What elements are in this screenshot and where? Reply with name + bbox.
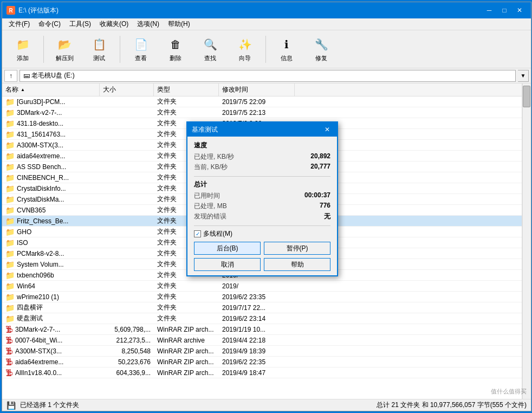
scrollbar[interactable] <box>522 83 531 399</box>
toolbar-label-删除: 删除 <box>170 54 181 62</box>
total-section: 总计 已用时间 00:00:37 已处理, MB 776 发现的错误 无 <box>194 180 330 221</box>
minimize-button[interactable]: ─ <box>482 5 496 16</box>
toolbar-btn-查看[interactable]: 📄查看 <box>125 33 157 66</box>
menu-item-o[interactable]: 收藏夹(O) <box>95 18 133 30</box>
file-date-cell: 2019/1/19 10... <box>219 326 295 333</box>
toolbar-btn-测试[interactable]: 📋测试 <box>83 33 115 66</box>
folder-icon: 📁 <box>5 282 15 291</box>
background-button[interactable]: 后台(B) <box>194 242 261 255</box>
toolbar-icon-解压到: 📂 <box>56 36 73 53</box>
folder-icon: 📁 <box>5 228 15 236</box>
file-row[interactable]: 📁3DMark-v2-7-...文件夹2019/7/5 22:13 <box>2 107 522 118</box>
file-row[interactable]: 📁wPrime210 (1)文件夹2019/6/2 23:35 <box>2 292 522 302</box>
file-name-text: 3DMark-v2-7-... <box>15 326 60 333</box>
toolbar-btn-添加[interactable]: 📁添加 <box>7 33 39 66</box>
file-name-cell: 🗜3DMark-v2-7-... <box>2 325 100 334</box>
toolbar-btn-查找[interactable]: 🔍查找 <box>194 33 226 66</box>
file-name-cell: 📁431.18-deskto... <box>2 119 100 128</box>
file-size-cell: 5,609,798,... <box>100 326 154 333</box>
file-size-cell: 8,250,548 <box>100 347 154 355</box>
folder-icon: 📁 <box>5 108 15 117</box>
speed-value-1: 20,892 <box>310 152 330 162</box>
toolbar-btn-删除[interactable]: 🗑删除 <box>159 33 192 66</box>
total-section-title: 总计 <box>194 180 330 189</box>
folder-icon: 📁 <box>5 314 15 323</box>
file-name-cell: 📁txbench096b <box>2 271 100 280</box>
folder-icon: 📁 <box>5 293 15 301</box>
menu-item-f[interactable]: 文件(F) <box>4 18 34 30</box>
folder-icon: 📁 <box>5 130 15 139</box>
toolbar-icon-向导: ✨ <box>236 36 254 53</box>
multithread-checkbox[interactable]: ✓ <box>194 230 201 237</box>
file-date-cell: 2019/7/5 22:13 <box>219 109 295 117</box>
file-name-cell: 📁CINEBENCH_R... <box>2 173 100 182</box>
col-header-type[interactable]: 类型 <box>154 83 219 96</box>
file-list-header: 名称 ▲ 大小 类型 修改时间 <box>2 83 522 96</box>
menu-item-c[interactable]: 命令(C) <box>34 18 65 30</box>
file-row[interactable]: 🗜3DMark-v2-7-...5,609,798,...WinRAR ZIP … <box>2 324 522 335</box>
file-date-cell: 2019/4/4 22:18 <box>219 337 295 344</box>
toolbar-btn-修复[interactable]: 🔧修复 <box>305 33 338 66</box>
up-button[interactable]: ↑ <box>4 70 17 82</box>
folder-icon: 📁 <box>5 249 15 258</box>
total-row-2: 已处理, MB 776 <box>194 202 330 211</box>
file-name-text: Fritz_Chess_Be... <box>17 217 68 225</box>
file-row[interactable]: 🗜A300M-STX(3...8,250,548WinRAR ZIP arch.… <box>2 346 522 357</box>
file-name-cell: 📁431_15614763... <box>2 130 100 139</box>
help-button[interactable]: 帮助 <box>264 258 330 271</box>
col-header-name[interactable]: 名称 ▲ <box>2 83 100 96</box>
cancel-button[interactable]: 取消 <box>194 258 261 271</box>
file-name-text: wPrime210 (1) <box>17 293 59 301</box>
file-name-text: PCMark8-v2-8... <box>17 250 64 257</box>
zip-icon: 🗜 <box>5 369 13 377</box>
toolbar-btn-解压到[interactable]: 📂解压到 <box>48 33 81 66</box>
folder-icon: 📁 <box>5 195 15 204</box>
dialog-divider-1 <box>194 176 330 177</box>
file-row[interactable]: 📁Win64文件夹2019/ <box>2 281 522 292</box>
file-name-text: 0007-64bit_Wi... <box>15 337 62 344</box>
file-type-cell: WinRAR ZIP arch... <box>154 326 219 333</box>
title-bar-left: R E:\ (评估版本) <box>7 6 59 15</box>
file-name-text: CINEBENCH_R... <box>17 174 69 182</box>
dialog-content: 速度 已处理, KB/秒 20,892 当前, KB/秒 20,777 总计 已… <box>187 137 337 275</box>
address-input[interactable]: 🖴 老毛桃U盘 (E:) <box>20 70 516 82</box>
file-name-text: CrystalDiskMa... <box>17 196 64 203</box>
file-row[interactable]: 🗜aida64extreme...50,223,676WinRAR ZIP ar… <box>2 357 522 367</box>
toolbar: 📁添加📂解压到📋测试📄查看🗑删除🔍查找✨向导ℹ信息🔧修复 <box>2 30 531 68</box>
file-name-cell: 🗜aida64extreme... <box>2 358 100 366</box>
dialog-close-button[interactable]: ✕ <box>322 125 333 134</box>
col-header-date[interactable]: 修改时间 <box>219 83 295 96</box>
file-name-text: 硬盘测试 <box>17 314 43 323</box>
file-type-cell: 文件夹 <box>154 292 219 301</box>
pause-button[interactable]: 暂停(P) <box>264 242 330 255</box>
maximize-button[interactable]: □ <box>497 5 511 16</box>
file-date-cell: 2019/4/9 18:47 <box>219 369 295 377</box>
file-row[interactable]: 🗜AllIn1v18.40.0...604,336,9...WinRAR ZIP… <box>2 367 522 378</box>
file-name-text: aida64extreme... <box>17 152 65 160</box>
file-name-text: GHO <box>17 228 31 236</box>
menu-item-n[interactable]: 选项(N) <box>133 18 164 30</box>
menu-item-h[interactable]: 帮助(H) <box>164 18 194 30</box>
toolbar-btn-信息[interactable]: ℹ信息 <box>270 33 303 66</box>
close-button[interactable]: ✕ <box>512 5 527 16</box>
window-title: E:\ (评估版本) <box>18 6 59 15</box>
benchmark-dialog[interactable]: 基准测试 ✕ 速度 已处理, KB/秒 20,892 当前, KB/秒 20,7… <box>186 121 338 276</box>
file-name-cell: 🗜0007-64bit_Wi... <box>2 336 100 345</box>
col-header-size[interactable]: 大小 <box>100 83 154 96</box>
total-label-3: 发现的错误 <box>194 212 226 221</box>
scrollbar-thumb[interactable] <box>523 86 530 107</box>
folder-icon: 📁 <box>5 206 15 215</box>
file-row[interactable]: 🗜0007-64bit_Wi...212,273,5...WinRAR arch… <box>2 335 522 346</box>
menu-item-s[interactable]: 工具(S) <box>65 18 95 30</box>
file-row[interactable]: 📁硬盘测试文件夹2019/6/2 23:14 <box>2 313 522 324</box>
file-row[interactable]: 📁四盘横评文件夹2019/7/17 22... <box>2 302 522 313</box>
title-bar: R E:\ (评估版本) ─ □ ✕ <box>2 2 531 18</box>
multithread-label: 多线程(M) <box>203 229 232 238</box>
status-selection-text: 已经选择 1 个文件夹 <box>20 401 79 410</box>
address-dropdown-button[interactable]: ▼ <box>518 70 529 82</box>
zip-icon: 🗜 <box>5 358 13 366</box>
file-name-text: 431.18-deskto... <box>17 120 63 127</box>
status-bar: 💾 已经选择 1 个文件夹 总计 21 文件夹 和 10,977,566,057… <box>2 399 531 411</box>
toolbar-btn-向导[interactable]: ✨向导 <box>229 33 261 66</box>
file-row[interactable]: 📁[Guru3D]-PCM...文件夹2019/7/5 22:09 <box>2 96 522 107</box>
